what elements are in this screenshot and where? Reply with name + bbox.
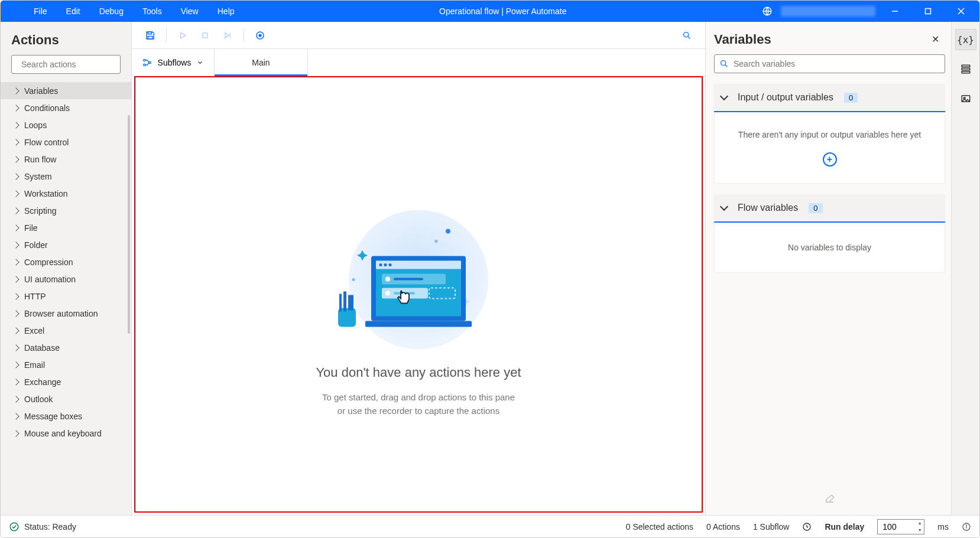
menu-edit[interactable]: Edit (57, 1, 90, 22)
action-category-mouse-and-keyboard[interactable]: Mouse and keyboard (1, 425, 131, 442)
chevron-right-icon (12, 379, 19, 385)
svg-point-52 (966, 524, 966, 525)
svg-point-29 (385, 277, 390, 282)
flow-canvas[interactable]: You don't have any actions here yet To g… (132, 76, 705, 515)
chevron-right-icon (12, 242, 19, 248)
action-category-variables[interactable]: Variables (1, 82, 131, 99)
chevron-down-icon (720, 203, 728, 211)
action-category-outlook[interactable]: Outlook (1, 390, 131, 407)
flow-variables-label: Flow variables (738, 203, 798, 213)
actions-list[interactable]: VariablesConditionalsLoopsFlow controlRu… (1, 82, 131, 515)
action-category-flow-control[interactable]: Flow control (1, 133, 131, 151)
toolbar (132, 22, 705, 49)
action-category-message-boxes[interactable]: Message boxes (1, 407, 131, 425)
record-button[interactable] (250, 25, 270, 45)
action-category-label: Flow control (24, 138, 69, 147)
menu-file[interactable]: File (24, 1, 57, 22)
chevron-right-icon (12, 310, 19, 317)
search-variables-input[interactable] (734, 59, 940, 69)
close-panel-button[interactable]: ✕ (928, 30, 943, 48)
io-variables-header[interactable]: Input / output variables 0 (714, 84, 945, 112)
menu-help[interactable]: Help (208, 1, 244, 22)
action-category-exchange[interactable]: Exchange (1, 373, 131, 390)
action-category-label: Run flow (24, 155, 56, 164)
scrollbar-thumb[interactable] (128, 115, 130, 334)
action-category-label: Workstation (24, 189, 68, 198)
search-flow-button[interactable] (677, 25, 697, 45)
eraser-button[interactable] (820, 489, 840, 509)
rail-ui-elements-button[interactable] (955, 58, 976, 80)
info-icon[interactable] (962, 522, 971, 532)
svg-point-15 (143, 59, 145, 61)
flow-variables-header[interactable]: Flow variables 0 (714, 194, 945, 223)
search-actions-box[interactable] (11, 55, 121, 74)
menu-tools[interactable]: Tools (133, 1, 171, 22)
action-category-label: UI automation (24, 275, 76, 284)
menu-view[interactable]: View (171, 1, 208, 22)
action-category-run-flow[interactable]: Run flow (1, 151, 131, 168)
action-category-email[interactable]: Email (1, 356, 131, 373)
action-category-browser-automation[interactable]: Browser automation (1, 305, 131, 322)
action-category-label: Outlook (24, 394, 53, 404)
status-bar: Status: Ready 0 Selected actions 0 Actio… (1, 515, 979, 537)
empty-subtitle: To get started, drag and drop actions to… (241, 391, 596, 418)
action-category-excel[interactable]: Excel (1, 322, 131, 339)
action-category-database[interactable]: Database (1, 339, 131, 356)
action-category-loops[interactable]: Loops (1, 116, 131, 133)
chevron-right-icon (12, 396, 19, 402)
check-circle-icon (9, 521, 20, 532)
chevron-right-icon (12, 105, 19, 111)
delay-spinner[interactable]: ▲▼ (916, 520, 924, 534)
tab-main[interactable]: Main (215, 49, 308, 76)
action-category-label: Email (24, 360, 45, 370)
action-category-ui-automation[interactable]: UI automation (1, 270, 131, 288)
io-empty-text: There aren't any input or output variabl… (721, 130, 939, 139)
search-variables-box[interactable] (714, 54, 945, 73)
chevron-right-icon (12, 87, 19, 94)
stop-button[interactable] (195, 25, 215, 45)
status-text: Status: Ready (24, 522, 76, 532)
actions-panel: Actions VariablesConditionalsLoopsFlow c… (1, 22, 132, 515)
action-category-http[interactable]: HTTP (1, 288, 131, 305)
io-count-badge: 0 (844, 93, 858, 103)
action-category-workstation[interactable]: Workstation (1, 185, 131, 202)
svg-point-16 (143, 64, 145, 66)
chevron-right-icon (12, 224, 19, 231)
action-category-scripting[interactable]: Scripting (1, 202, 131, 219)
action-category-label: HTTP (24, 292, 46, 301)
action-category-folder[interactable]: Folder (1, 236, 131, 253)
add-io-variable-button[interactable]: + (823, 152, 837, 167)
io-variables-group: Input / output variables 0 There aren't … (714, 84, 945, 184)
chevron-right-icon (12, 190, 19, 197)
chevron-down-icon (720, 92, 728, 100)
menu-debug[interactable]: Debug (90, 1, 133, 22)
rail-images-button[interactable] (955, 88, 976, 109)
svg-point-25 (379, 263, 382, 266)
action-category-label: File (24, 223, 38, 233)
search-actions-input[interactable] (21, 60, 125, 69)
run-button[interactable] (173, 25, 193, 45)
action-category-compression[interactable]: Compression (1, 253, 131, 270)
action-category-system[interactable]: System (1, 168, 131, 185)
minimize-button[interactable] (881, 1, 908, 22)
save-button[interactable] (140, 25, 160, 45)
svg-line-14 (688, 37, 690, 38)
flow-count-badge: 0 (809, 203, 822, 213)
svg-rect-2 (926, 9, 931, 14)
chevron-right-icon (12, 139, 19, 145)
action-category-file[interactable]: File (1, 219, 131, 236)
maximize-button[interactable] (914, 1, 942, 22)
environment-label[interactable] (781, 6, 875, 17)
title-bar: File Edit Debug Tools View Help Operatio… (1, 1, 979, 22)
action-category-label: Folder (24, 240, 48, 250)
rail-variables-button[interactable]: {x} (955, 29, 976, 50)
run-delay-label: Run delay (825, 522, 864, 532)
step-button[interactable] (218, 25, 238, 45)
editor-area: Subflows Main (132, 22, 705, 515)
chevron-right-icon (12, 173, 19, 180)
svg-rect-35 (365, 321, 472, 327)
close-button[interactable] (947, 1, 975, 22)
action-category-label: Scripting (24, 206, 56, 216)
subflows-dropdown[interactable]: Subflows (132, 49, 215, 76)
action-category-conditionals[interactable]: Conditionals (1, 99, 131, 116)
